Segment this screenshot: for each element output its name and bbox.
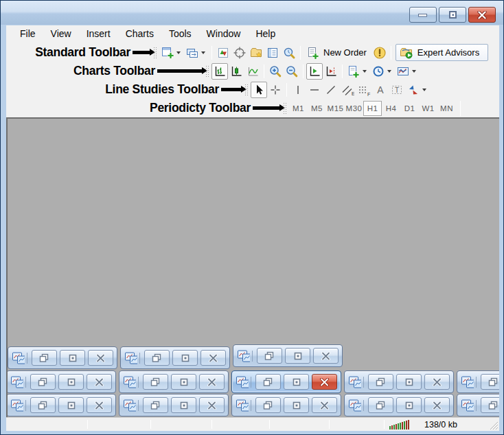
close-button[interactable] (88, 350, 113, 366)
maximize-button[interactable] (58, 374, 84, 390)
minimized-chart-window[interactable] (233, 344, 343, 367)
toolbar-grip[interactable] (244, 83, 248, 97)
expert-advisors-button[interactable]: Expert Advisors (396, 44, 488, 61)
restore-button[interactable] (368, 374, 393, 390)
period-h1-button[interactable]: H1 (363, 101, 382, 116)
minimized-chart-window[interactable] (457, 371, 499, 393)
restore-button[interactable] (143, 397, 168, 413)
menu-tools[interactable]: Tools (161, 26, 199, 41)
minimized-chart-window[interactable] (6, 394, 116, 416)
toolbar-grip[interactable] (152, 46, 157, 60)
minimized-chart-window[interactable] (6, 371, 116, 393)
close-button[interactable] (312, 374, 337, 390)
minimized-chart-window[interactable] (8, 346, 117, 369)
close-button[interactable] (424, 374, 450, 390)
resize-grip[interactable] (488, 420, 499, 430)
minimized-chart-window[interactable] (344, 394, 454, 416)
restore-button[interactable] (32, 350, 57, 366)
new-chart-dropdown[interactable] (176, 51, 181, 54)
menu-file[interactable]: File (12, 26, 43, 41)
minimize-button[interactable] (409, 7, 437, 23)
close-button[interactable] (199, 374, 225, 390)
period-m15-button[interactable]: M15 (326, 101, 345, 116)
period-d1-button[interactable]: D1 (400, 101, 419, 116)
market-watch-button[interactable] (215, 45, 231, 61)
restore-button[interactable] (255, 374, 281, 390)
menu-insert[interactable]: Insert (79, 26, 118, 41)
arrow-styles-dropdown[interactable] (422, 89, 426, 91)
fibonacci-retracement-button[interactable]: F (356, 82, 372, 98)
maximize-button[interactable] (172, 350, 198, 366)
profiles-button[interactable] (184, 45, 201, 61)
menu-window[interactable]: Window (199, 26, 249, 41)
zoom-in-button[interactable] (267, 63, 284, 80)
restore-button[interactable] (144, 350, 170, 366)
restore-button[interactable] (439, 7, 466, 23)
close-button[interactable] (312, 397, 337, 413)
new-order-button[interactable]: New Order (303, 45, 371, 61)
maximize-button[interactable] (396, 397, 422, 413)
restore-button[interactable] (30, 397, 56, 413)
period-m30-button[interactable]: M30 (345, 101, 363, 116)
maximize-button[interactable] (60, 350, 85, 366)
period-h4-button[interactable]: H4 (382, 101, 400, 116)
close-button[interactable] (87, 397, 112, 413)
minimized-chart-window[interactable] (457, 394, 499, 416)
close-button[interactable] (87, 374, 112, 390)
maximize-button[interactable] (284, 374, 309, 390)
close-button[interactable] (313, 348, 339, 364)
data-window-button[interactable] (264, 45, 281, 61)
menu-charts[interactable]: Charts (118, 26, 161, 41)
period-mn-button[interactable]: MN (437, 101, 456, 116)
minimized-chart-window[interactable] (231, 394, 341, 416)
maximize-button[interactable] (284, 397, 309, 413)
chart-shift-button[interactable] (323, 63, 339, 80)
favorites-button[interactable] (248, 45, 264, 61)
period-m1-button[interactable]: M1 (289, 101, 308, 116)
equidistant-channel-button[interactable]: E (339, 82, 356, 98)
close-button[interactable] (199, 397, 225, 413)
restore-button[interactable] (143, 374, 168, 390)
restore-button[interactable] (368, 397, 393, 413)
text-label-button[interactable]: T (389, 82, 405, 98)
close-button[interactable] (424, 397, 450, 413)
close-button[interactable] (201, 350, 226, 366)
line-chart-button[interactable] (244, 63, 261, 80)
restore-button[interactable] (481, 374, 499, 390)
strategy-tester-button[interactable] (281, 45, 297, 61)
templates-button[interactable] (345, 63, 362, 80)
periods-button[interactable] (370, 63, 387, 80)
crosshair-button[interactable] (267, 82, 284, 98)
toolbar-grip[interactable] (205, 64, 209, 78)
maximize-button[interactable] (396, 374, 422, 390)
indicators-button[interactable] (395, 63, 411, 80)
minimized-chart-window[interactable] (344, 371, 454, 393)
maximize-button[interactable] (58, 397, 84, 413)
restore-button[interactable] (255, 397, 281, 413)
zoom-out-button[interactable] (284, 63, 300, 80)
menu-help[interactable]: Help (248, 26, 283, 41)
candlestick-chart-button[interactable] (228, 63, 244, 80)
restore-button[interactable] (257, 348, 282, 364)
indicators-dropdown[interactable] (412, 70, 416, 73)
bar-chart-button[interactable] (211, 63, 228, 80)
vertical-line-button[interactable] (290, 82, 306, 98)
cursor-button[interactable] (251, 82, 267, 98)
horizontal-line-button[interactable] (306, 82, 323, 98)
maximize-button[interactable] (171, 374, 196, 390)
minimized-chart-window-active[interactable] (231, 371, 341, 393)
templates-dropdown[interactable] (363, 70, 367, 73)
text-button[interactable]: A (372, 82, 389, 98)
new-chart-button[interactable] (159, 45, 176, 61)
navigator-button[interactable] (231, 45, 248, 61)
period-w1-button[interactable]: W1 (419, 101, 437, 116)
alert-button[interactable] (371, 45, 388, 61)
restore-button[interactable] (481, 397, 499, 413)
minimized-chart-window[interactable] (119, 394, 229, 416)
trendline-button[interactable] (323, 82, 339, 98)
periods-dropdown[interactable] (387, 70, 391, 73)
close-button[interactable] (468, 7, 496, 23)
toolbar-grip[interactable] (282, 102, 286, 115)
minimized-chart-window[interactable] (120, 346, 230, 369)
menu-view[interactable]: View (43, 26, 79, 41)
